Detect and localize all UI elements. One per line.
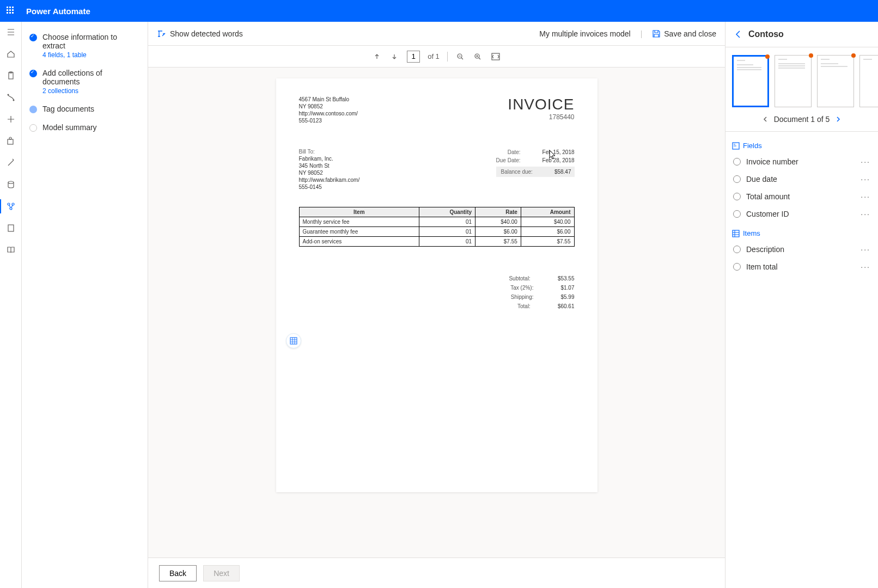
thumbnail[interactable]	[817, 55, 854, 107]
wand-icon[interactable]	[6, 158, 16, 168]
svg-point-2	[7, 94, 9, 96]
more-icon[interactable]: ···	[861, 157, 870, 166]
chevron-right-icon[interactable]	[835, 116, 842, 122]
ai-icon[interactable]	[6, 201, 16, 211]
step-add-collections[interactable]: Add collections of documents 2 collectio…	[29, 69, 140, 95]
items-section-label: Items	[732, 229, 871, 237]
hamburger-icon[interactable]	[6, 27, 16, 37]
zoom-in-icon[interactable]	[473, 52, 483, 62]
document-page[interactable]: 4567 Main St Buffalo NY 90852 http://www…	[276, 78, 597, 492]
svg-point-5	[9, 137, 11, 139]
steps-sidebar: Choose information to extract 4 fields, …	[22, 22, 148, 588]
waffle-icon[interactable]	[7, 7, 15, 15]
status-circle-icon	[733, 158, 741, 166]
invoice-items-table: Item Quantity Rate Amount Monthly servic…	[299, 207, 575, 247]
next-button: Next	[203, 565, 240, 581]
document-canvas[interactable]: 4567 Main St Buffalo NY 90852 http://www…	[148, 68, 725, 558]
table-row: Monthly service fee01$40.00$40.00	[299, 217, 574, 227]
more-icon[interactable]: ···	[861, 210, 870, 218]
fields-icon	[732, 142, 740, 150]
book-icon[interactable]	[6, 245, 16, 255]
thumbnail[interactable]	[859, 55, 878, 107]
field-invoice-number[interactable]: Invoice number···	[732, 153, 871, 170]
svg-rect-0	[9, 72, 13, 79]
back-button[interactable]: Back	[159, 565, 197, 581]
fit-icon[interactable]	[490, 52, 501, 62]
save-icon	[652, 29, 661, 38]
puzzle-icon[interactable]	[6, 136, 16, 146]
status-circle-icon	[733, 210, 741, 218]
status-circle-icon	[733, 246, 741, 253]
svg-point-8	[12, 203, 14, 205]
page-icon[interactable]	[6, 223, 16, 233]
table-row: Add-on services01$7.55$7.55	[299, 237, 574, 247]
step-choose-info[interactable]: Choose information to extract 4 fields, …	[29, 33, 140, 59]
invoice-number: 1785440	[508, 113, 574, 121]
zoom-out-icon[interactable]	[455, 52, 465, 62]
thumbnail-strip	[725, 47, 878, 111]
svg-rect-10	[8, 225, 14, 231]
plus-icon[interactable]	[6, 114, 16, 124]
table-handle-icon[interactable]	[286, 333, 301, 348]
doc-toolbar: of 1	[148, 46, 725, 68]
right-panel: Contoso Document 1 of 5 Fields Invoice n…	[725, 22, 878, 588]
nav-rail	[0, 22, 22, 588]
app-header: Power Automate	[0, 0, 878, 22]
step-tag-documents[interactable]: Tag documents	[29, 105, 140, 113]
field-customer-id[interactable]: Customer ID···	[732, 205, 871, 223]
page-up-icon[interactable]	[372, 52, 382, 62]
flow-icon[interactable]	[6, 93, 16, 102]
table-icon	[732, 230, 740, 237]
topbar: Show detected words My multiple invoices…	[148, 22, 725, 46]
svg-point-9	[10, 207, 12, 210]
bill-to: Bill To: Fabrikam, Inc. 345 North St NY …	[299, 148, 360, 191]
more-icon[interactable]: ···	[861, 245, 870, 254]
more-icon[interactable]: ···	[861, 175, 870, 183]
text-detect-icon	[157, 29, 166, 38]
field-description[interactable]: Description···	[732, 241, 871, 258]
page-input[interactable]	[407, 51, 420, 63]
invoice-title: INVOICE	[508, 96, 574, 113]
field-total-amount[interactable]: Total amount···	[732, 188, 871, 205]
thumbnail[interactable]	[732, 55, 769, 107]
status-circle-icon	[733, 263, 741, 271]
table-row: Guarantee monthly fee01$6.00$6.00	[299, 227, 574, 237]
check-icon	[29, 34, 37, 41]
model-name: My multiple invoices model	[539, 29, 630, 38]
invoice-dates: Date:Feb 15, 2018 Due Date:Feb 28, 2018 …	[496, 148, 575, 191]
collection-title: Contoso	[748, 29, 784, 39]
more-icon[interactable]: ···	[861, 192, 870, 201]
svg-point-3	[13, 100, 14, 101]
invoice-totals: Subtotal:$53.55 Tax (2%):$1.07 Shipping:…	[299, 274, 575, 311]
current-step-icon	[29, 106, 37, 113]
thumbnail[interactable]	[775, 55, 812, 107]
document-nav: Document 1 of 5	[725, 111, 878, 132]
app-title: Power Automate	[26, 7, 90, 16]
svg-rect-4	[8, 139, 13, 144]
field-due-date[interactable]: Due date···	[732, 170, 871, 188]
check-icon	[29, 70, 37, 77]
data-icon[interactable]	[6, 180, 16, 189]
page-of-label: of 1	[428, 52, 440, 60]
footer-buttons: Back Next	[148, 558, 725, 588]
status-circle-icon	[733, 193, 741, 200]
svg-rect-13	[492, 53, 499, 60]
center-panel: Show detected words My multiple invoices…	[148, 22, 725, 588]
field-item-total[interactable]: Item total···	[732, 258, 871, 275]
svg-rect-16	[733, 230, 739, 237]
step-model-summary[interactable]: Model summary	[29, 123, 140, 132]
svg-rect-14	[290, 338, 297, 344]
more-icon[interactable]: ···	[861, 262, 870, 271]
chevron-left-icon[interactable]	[762, 116, 769, 122]
save-and-close[interactable]: Save and close	[652, 29, 716, 38]
pending-step-icon	[29, 124, 37, 132]
show-detected-words[interactable]: Show detected words	[157, 29, 243, 38]
clipboard-icon[interactable]	[6, 71, 16, 81]
status-circle-icon	[733, 175, 741, 183]
svg-point-6	[8, 181, 14, 183]
fields-section-label: Fields	[732, 142, 871, 150]
home-icon[interactable]	[6, 49, 16, 59]
page-down-icon[interactable]	[389, 52, 399, 62]
invoice-from: 4567 Main St Buffalo NY 90852 http://www…	[299, 96, 358, 124]
back-arrow-icon[interactable]	[734, 30, 743, 39]
